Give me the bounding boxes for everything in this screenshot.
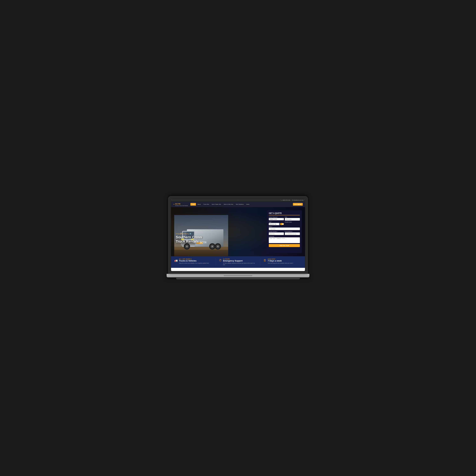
days-desc: Short and long term hire available when … — [268, 262, 293, 264]
comments-textarea[interactable] — [269, 237, 300, 243]
days-content: AVAILABLE 7 Days a week Short and long t… — [268, 258, 293, 264]
nav-item-vans[interactable]: Vans & Utes Hire — [222, 203, 234, 206]
days-icon: 🗓 — [264, 259, 266, 262]
trucks-desc: Enjoy the comfort and reliability of our… — [179, 262, 209, 264]
hero-section: SCTR Keeping You Moving ⚙️ Southern Cros… — [171, 207, 305, 256]
hero-text: Keeping You Moving ⚙️ Southern Cross Tru… — [176, 233, 202, 244]
features-bar: 🚛 ALL LATE MODELS Trucks & Vehicles Enjo… — [171, 256, 305, 268]
email-input[interactable] — [285, 232, 300, 235]
type-field-group: Type * Business Use ▾ — [269, 221, 284, 225]
nav-items: Home About Truck Hire Semi Trailer Hire … — [190, 203, 291, 206]
support-icon: ⏱ — [219, 259, 222, 262]
main-nav: ✦ SCTR Southern Cross Truck Rentals Home… — [171, 201, 305, 207]
support-title: Emergency Support — [223, 260, 257, 262]
toggle-knob — [282, 223, 284, 225]
form-title: GET A QUOTE — [269, 212, 300, 215]
phone-number: 📞 1800 876 234 — [281, 200, 290, 201]
laptop-reflection — [176, 278, 300, 280]
nav-item-truck-hire[interactable]: Truck Hire — [202, 203, 210, 206]
contact-label: Contact Number * — [269, 231, 284, 232]
laptop-scene: 📞 1800 876 234 ✉ info@sctr.com.au ✦ SCTR… — [167, 196, 309, 280]
nav-item-hire-solutions[interactable]: Hire Solutions — [235, 203, 245, 206]
support-desc: 24 hour roadside assistance will have yo… — [223, 262, 257, 266]
feature-item-trucks: 🚛 ALL LATE MODELS Trucks & Vehicles Enjo… — [174, 258, 212, 266]
divider-2 — [260, 258, 260, 266]
form-row-comments: Comments — [269, 236, 300, 243]
name-input[interactable] — [269, 227, 300, 230]
comments-label: Comments — [269, 236, 300, 237]
divider-1 — [216, 258, 216, 266]
vehicle-field-group: Vehicle Required * Flatbed Trucks ▾ — [269, 217, 284, 221]
support-badge: 24 HOURS — [223, 258, 257, 260]
logo-icon: ✦ — [173, 204, 174, 205]
svg-point-26 — [217, 246, 219, 247]
type-label: Type * — [269, 221, 284, 223]
laptop-base — [167, 274, 309, 277]
name-field-group: Name * — [269, 226, 300, 230]
logo: ✦ SCTR Southern Cross Truck Rentals — [173, 202, 188, 206]
quote-form: GET A QUOTE Vehicle Required * Flatbed T… — [267, 210, 302, 253]
logo-text: SCTR — [175, 203, 181, 205]
date-field-group: Date — [285, 217, 300, 221]
flexible-dates-toggle[interactable] — [280, 223, 284, 225]
trucks-icon: 🚛 — [174, 259, 178, 262]
support-content: 24 HOURS Emergency Support 24 hour roads… — [223, 258, 257, 266]
vehicle-label: Vehicle Required * — [269, 217, 284, 218]
svg-point-23 — [211, 246, 213, 247]
vehicle-select[interactable]: Flatbed Trucks ▾ — [269, 218, 284, 220]
svg-point-20 — [186, 246, 188, 247]
form-row-contact-email: Contact Number * Email Address * — [269, 231, 300, 235]
form-row-vehicle-date: Vehicle Required * Flatbed Trucks ▾ Date — [269, 217, 300, 221]
vehicle-dropdown-arrow: ▾ — [282, 219, 283, 220]
type-select[interactable]: Business Use ▾ — [269, 223, 279, 225]
date-label: Date — [285, 217, 300, 218]
feature-item-support: ⏱ 24 HOURS Emergency Support 24 hour roa… — [219, 258, 257, 266]
logo-sub: Southern Cross Truck Rentals — [175, 205, 188, 206]
nav-item-news[interactable]: News — [245, 203, 251, 206]
name-label: Name * — [269, 226, 300, 227]
days-badge: AVAILABLE — [268, 258, 293, 260]
webcam — [238, 200, 238, 201]
nav-item-about[interactable]: About — [196, 203, 202, 206]
email-address: ✉ info@sctr.com.au — [292, 200, 303, 201]
contact-input[interactable] — [269, 232, 284, 235]
form-row-name: Name * — [269, 226, 300, 230]
hero-title: Southern Cross Truck Rentals — [176, 235, 202, 244]
date-input[interactable] — [285, 218, 300, 221]
trucks-title: Trucks & Vehicles — [179, 260, 209, 262]
hinge — [224, 275, 252, 277]
screen-bezel: 📞 1800 876 234 ✉ info@sctr.com.au ✦ SCTR… — [171, 199, 305, 271]
days-title: 7 Days a week — [268, 260, 293, 262]
hero-tagline: Keeping You Moving ⚙️ — [176, 233, 202, 235]
screen-content: 📞 1800 876 234 ✉ info@sctr.com.au ✦ SCTR… — [171, 199, 305, 271]
email-label: Email Address * — [285, 231, 300, 232]
contact-field-group: Contact Number * — [269, 231, 284, 235]
form-row-type: Type * Business Use ▾ — [269, 221, 300, 225]
trucks-content: ALL LATE MODELS Trucks & Vehicles Enjoy … — [179, 258, 209, 264]
nav-item-home[interactable]: Home — [190, 203, 196, 206]
flexible-label: Flexible Dates — [285, 221, 300, 223]
laptop-lid: 📞 1800 876 234 ✉ info@sctr.com.au ✦ SCTR… — [168, 196, 308, 274]
type-dropdown-arrow: ▾ — [278, 223, 279, 225]
nav-item-semi-trailer[interactable]: Semi Trailer Hire — [211, 203, 222, 206]
feature-item-days: 🗓 AVAILABLE 7 Days a week Short and long… — [264, 258, 302, 266]
comments-field-group: Comments — [269, 236, 300, 243]
flexible-field-group: Flexible Dates — [285, 221, 300, 225]
get-quote-nav-button[interactable]: Get A Quote — [293, 203, 303, 206]
trucks-badge: ALL LATE MODELS — [179, 258, 209, 260]
find-truck-button[interactable]: Find Your Truck — [269, 244, 300, 247]
website: 📞 1800 876 234 ✉ info@sctr.com.au ✦ SCTR… — [171, 199, 305, 271]
white-section — [171, 268, 305, 271]
email-field-group: Email Address * — [285, 231, 300, 235]
tagline-icon: ⚙️ — [189, 233, 191, 235]
